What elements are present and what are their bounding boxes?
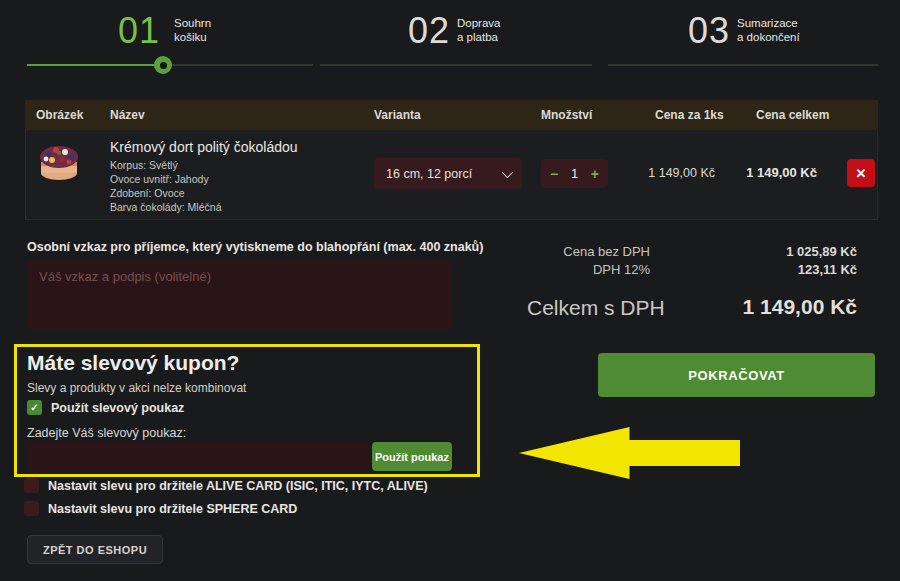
quantity-value: 1 [571, 166, 578, 181]
variant-select[interactable]: 16 cm, 12 porcí [374, 158, 522, 189]
summary-total-label: Celkem s DPH [527, 296, 665, 320]
product-attr-zdobeni: Zdobení: Ovoce [110, 187, 185, 199]
step-1-label: Souhrn košiku [174, 16, 211, 44]
product-attr-cokolada: Barva čokolády: Mléčná [110, 201, 221, 213]
step-2-label-line1: Doprava [457, 16, 500, 30]
use-coupon-row: Použít slevový poukaz [27, 400, 184, 415]
step-2-label-line2: a platba [457, 30, 500, 44]
sphere-card-checkbox[interactable] [24, 501, 39, 516]
col-header-image: Obrázek [36, 100, 83, 130]
summary-total-value: 1 149,00 Kč [657, 295, 857, 319]
alive-card-label: Nastavit slevu pro držitele ALIVE CARD (… [48, 479, 428, 493]
progress-bar-filled [27, 64, 163, 66]
step-1-label-line1: Souhrn [174, 16, 211, 30]
step-3-label: Sumarizace a dokončení [737, 16, 800, 44]
step-3-label-line1: Sumarizace [737, 16, 800, 30]
use-coupon-checkbox[interactable] [27, 400, 42, 415]
chevron-down-icon [502, 166, 513, 177]
progress-bar-step3 [608, 64, 878, 66]
apply-coupon-button[interactable]: Použít poukaz [372, 442, 452, 471]
cart-page: 01 Souhrn košiku 02 Doprava a platba 03 … [0, 0, 900, 581]
step-2-label: Doprava a platba [457, 16, 500, 44]
arrow-left-icon [519, 427, 740, 479]
col-header-variant: Varianta [374, 100, 421, 130]
step-2-number: 02 [408, 10, 450, 52]
col-header-name: Název [110, 100, 145, 130]
col-header-unit-price: Cena za 1ks [655, 100, 724, 130]
unit-price: 1 149,00 Kč [620, 166, 715, 180]
remove-item-button[interactable]: ✕ [847, 159, 875, 187]
step-1-label-line2: košiku [174, 30, 211, 44]
product-attr-ovoce: Ovoce uvnitř: Jahody [110, 173, 209, 185]
cart-table-header: Obrázek Název Varianta Množství Cena za … [25, 100, 878, 130]
coupon-subtitle: Slevy a produkty v akci nelze kombinovat [27, 381, 246, 395]
coupon-title: Máte slevový kupon? [27, 351, 239, 375]
quantity-decrease-button[interactable]: − [550, 166, 558, 182]
step-3-number: 03 [688, 10, 730, 52]
close-icon: ✕ [856, 166, 867, 181]
coupon-code-input[interactable] [27, 442, 369, 471]
progress-bar-step1-rest [163, 64, 313, 66]
col-header-total-price: Cena celkem [756, 100, 829, 130]
variant-selected-value: 16 cm, 12 porcí [386, 167, 472, 181]
back-to-eshop-button[interactable]: ZPĚT DO ESHOPU [27, 535, 163, 564]
summary-net-label: Cena bez DPH [455, 244, 650, 259]
progress-bar-step2 [320, 64, 592, 66]
alive-card-checkbox[interactable] [24, 478, 39, 493]
message-label: Osobní vzkaz pro příjemce, který vytiskn… [27, 240, 483, 254]
sphere-card-row: Nastavit slevu pro držitele SPHERE CARD [24, 501, 297, 516]
row-total-price: 1 149,00 Kč [735, 165, 817, 180]
summary-vat-label: DPH 12% [455, 262, 650, 277]
coupon-input-label: Zadejte Váš slevový poukaz: [27, 426, 186, 440]
quantity-stepper: − 1 + [541, 159, 608, 188]
step-3-label-line2: a dokončení [737, 30, 800, 44]
product-name: Krémový dort politý čokoládou [110, 139, 298, 155]
col-header-quantity: Množství [541, 100, 592, 130]
message-textarea[interactable] [27, 259, 452, 330]
use-coupon-label: Použít slevový poukaz [51, 401, 184, 415]
sphere-card-label: Nastavit slevu pro držitele SPHERE CARD [48, 502, 297, 516]
summary-net-value: 1 025,89 Kč [657, 244, 857, 259]
alive-card-row: Nastavit slevu pro držitele ALIVE CARD (… [24, 478, 428, 493]
continue-button[interactable]: POKRAČOVAT [598, 353, 875, 397]
step-1-number: 01 [118, 10, 160, 52]
summary-vat-value: 123,11 Kč [657, 262, 857, 277]
product-attr-korpus: Korpus: Světlý [110, 159, 178, 171]
progress-dot [154, 56, 172, 74]
product-image-cake [36, 140, 82, 182]
quantity-increase-button[interactable]: + [591, 166, 599, 182]
